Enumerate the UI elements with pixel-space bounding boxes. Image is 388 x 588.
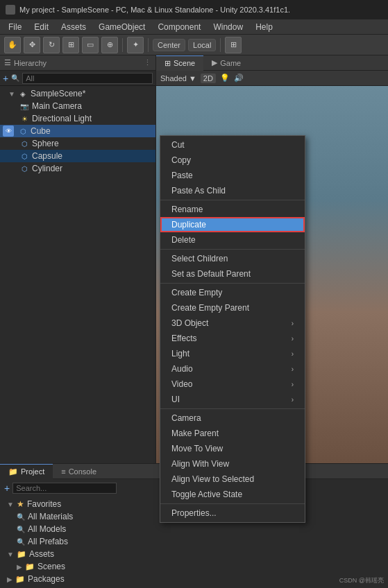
all-models-label: All Models — [28, 524, 66, 534]
ctx-paste[interactable]: Paste — [160, 168, 305, 183]
scale-tool[interactable]: ⊞ — [62, 37, 79, 53]
ctx-sep2 — [160, 249, 305, 250]
add-button[interactable]: + — [3, 73, 8, 84]
assets-label: Assets — [29, 549, 54, 559]
ctx-delete[interactable]: Delete — [160, 232, 305, 248]
ctx-move-to-view[interactable]: Move To View — [160, 441, 305, 456]
search-icon-prefabs: 🔍 — [17, 538, 25, 546]
menu-help[interactable]: Help — [250, 21, 278, 33]
ctx-align-view-to-selected[interactable]: Align View to Selected — [160, 472, 305, 487]
ctx-cut[interactable]: Cut — [160, 137, 305, 153]
ctx-set-default-parent[interactable]: Set as Default Parent — [160, 266, 305, 282]
lighting-toggle[interactable]: 💡 — [220, 74, 230, 83]
camera-icon: 📷 — [19, 101, 29, 111]
tree-item-capsule[interactable]: ⬡ Capsule — [0, 150, 155, 162]
light-icon: ☀ — [19, 114, 29, 123]
hand-tool[interactable]: ✋ — [4, 37, 21, 53]
center-toggle[interactable]: Center — [153, 39, 185, 51]
sphere-icon: ⬡ — [19, 139, 29, 148]
tree-item-samplescene[interactable]: ▼ ◈ SampleScene* — [0, 87, 155, 100]
hierarchy-search-input[interactable] — [22, 73, 153, 84]
ctx-create-empty[interactable]: Create Empty — [160, 285, 305, 300]
ctx-toggle-active-state[interactable]: Toggle Active State — [160, 487, 305, 502]
ctx-copy[interactable]: Copy — [160, 153, 305, 168]
tree-item-cube[interactable]: 👁 ⬡ Cube — [0, 125, 155, 137]
ctx-rename[interactable]: Rename — [160, 202, 305, 217]
ctx-make-parent[interactable]: Make Parent — [160, 426, 305, 441]
tree-item-cylinder[interactable]: ⬡ Cylinder — [0, 162, 155, 175]
main-toolbar: ✋ ✥ ↻ ⊞ ▭ ⊕ ✦ Center Local ⊞ — [0, 35, 388, 55]
tab-scene[interactable]: ⊞ Scene — [156, 55, 203, 71]
tree-item-directional-light[interactable]: ☀ Directional Light — [0, 112, 155, 125]
tab-project[interactable]: 📁 Project — [0, 464, 53, 479]
menu-window[interactable]: Window — [208, 21, 248, 33]
tree-label-main-camera: Main Camera — [32, 101, 82, 111]
ctx-audio[interactable]: Audio › — [160, 361, 305, 377]
search-icon-models: 🔍 — [17, 526, 25, 533]
ctx-sep1 — [160, 200, 305, 200]
ctx-effects[interactable]: Effects › — [160, 331, 305, 346]
menu-edit[interactable]: Edit — [28, 21, 54, 33]
hierarchy-icon: ☰ — [4, 58, 11, 67]
tree-item-sphere[interactable]: ⬡ Sphere — [0, 137, 155, 150]
project-tab-icon: 📁 — [8, 467, 18, 476]
transform-tool[interactable]: ⊕ — [101, 37, 118, 53]
ctx-light[interactable]: Light › — [160, 346, 305, 361]
title-text: My project - SampleScene - PC, Mac & Lin… — [19, 6, 290, 14]
ctx-paste-as-child[interactable]: Paste As Child — [160, 183, 305, 198]
game-tab-label: Game — [220, 59, 241, 67]
ctx-create-empty-parent[interactable]: Create Empty Parent — [160, 300, 305, 315]
scenes-label: Scenes — [37, 562, 65, 571]
custom-tool[interactable]: ✦ — [127, 37, 144, 53]
ctx-ui[interactable]: UI › — [160, 392, 305, 407]
project-search-input[interactable] — [12, 483, 117, 494]
asset-root[interactable]: ▼ 📁 Assets — [4, 548, 384, 560]
audio-toggle[interactable]: 🔊 — [234, 74, 244, 83]
move-tool[interactable]: ✥ — [24, 37, 40, 53]
asset-all-prefabs[interactable]: 🔍 All Prefabs — [4, 535, 384, 548]
ctx-select-children[interactable]: Select Children — [160, 251, 305, 266]
capsule-icon: ⬡ — [19, 151, 29, 161]
tree-label-capsule: Capsule — [32, 151, 62, 161]
asset-scenes[interactable]: ▶ 📁 Scenes — [4, 560, 384, 573]
asset-all-models[interactable]: 🔍 All Models — [4, 523, 384, 535]
submenu-arrow-audio: › — [292, 365, 294, 373]
menu-assets[interactable]: Assets — [56, 21, 92, 33]
add-asset-btn[interactable]: + — [4, 483, 10, 494]
cube-icon: ⬡ — [18, 126, 28, 136]
hierarchy-options-icon[interactable]: ⋮ — [144, 58, 151, 67]
grid-tool[interactable]: ⊞ — [225, 37, 242, 53]
context-menu: Cut Copy Paste Paste As Child Rename Dup… — [160, 135, 305, 523]
2d-toggle[interactable]: 2D — [201, 74, 216, 83]
hierarchy-search-icon: 🔍 — [11, 74, 19, 82]
hierarchy-panel: ☰ Hierarchy ⋮ + 🔍 ▼ ◈ SampleScene* — [0, 55, 156, 463]
tab-console[interactable]: ≡ Console — [53, 464, 105, 479]
menu-component[interactable]: Component — [152, 21, 206, 33]
favorites-arrow: ▼ — [7, 501, 14, 508]
folder-icon-assets: 📁 — [17, 550, 26, 559]
menu-gameobject[interactable]: GameObject — [93, 21, 151, 33]
ctx-3d-object[interactable]: 3D Object › — [160, 315, 305, 331]
title-bar: My project - SampleScene - PC, Mac & Lin… — [0, 0, 388, 19]
ctx-properties[interactable]: Properties... — [160, 505, 305, 521]
folder-icon-packages: 📁 — [15, 575, 25, 584]
ctx-camera[interactable]: Camera — [160, 410, 305, 426]
center-label: Center — [158, 41, 180, 49]
tree-item-main-camera[interactable]: 📷 Main Camera — [0, 100, 155, 112]
tree-label-cylinder: Cylinder — [32, 164, 62, 173]
sep3 — [220, 38, 221, 52]
packages-arrow: ▶ — [7, 576, 12, 583]
asset-packages[interactable]: ▶ 📁 Packages — [4, 573, 384, 585]
menu-file[interactable]: File — [3, 21, 27, 33]
ctx-duplicate[interactable]: Duplicate — [160, 217, 305, 232]
star-icon: ★ — [17, 499, 24, 509]
local-toggle[interactable]: Local — [188, 39, 216, 51]
rect-tool[interactable]: ▭ — [82, 37, 99, 53]
rotate-tool[interactable]: ↻ — [43, 37, 60, 53]
shading-dropdown[interactable]: Shaded ▼ — [160, 74, 196, 83]
ctx-align-with-view[interactable]: Align With View — [160, 456, 305, 472]
ctx-video[interactable]: Video › — [160, 377, 305, 392]
tree-label-cube: Cube — [31, 126, 51, 136]
tree-label-sphere: Sphere — [32, 139, 59, 148]
tab-game[interactable]: ▶ Game — [203, 55, 249, 71]
